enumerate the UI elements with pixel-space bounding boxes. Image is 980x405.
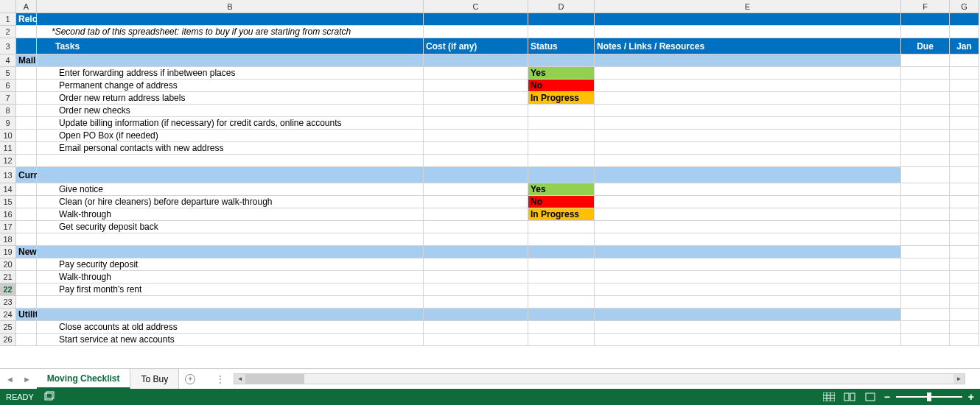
row-header-22[interactable]: 22	[0, 284, 16, 296]
row-header-25[interactable]: 25	[0, 321, 16, 334]
cell[interactable]	[595, 196, 901, 208]
section-cell[interactable]	[37, 246, 424, 258]
cell[interactable]: No	[528, 80, 595, 92]
cell[interactable]	[528, 105, 595, 117]
col-header-A[interactable]: A	[16, 0, 37, 13]
cell[interactable]: Start service at new accounts	[37, 334, 424, 346]
cell[interactable]	[950, 155, 979, 167]
cell[interactable]	[16, 334, 37, 346]
cell[interactable]	[595, 296, 901, 309]
cell[interactable]	[528, 321, 595, 334]
header-cell[interactable]: Tasks	[37, 38, 424, 54]
section-cell[interactable]	[528, 54, 595, 67]
cell[interactable]	[528, 258, 595, 271]
cell[interactable]	[901, 26, 950, 38]
header-cell[interactable]: Cost (if any)	[424, 38, 528, 54]
cell[interactable]	[16, 92, 37, 105]
cell[interactable]	[595, 334, 901, 346]
cell[interactable]	[424, 80, 528, 92]
cell[interactable]: In Progress	[528, 92, 595, 105]
section-cell[interactable]	[950, 246, 979, 258]
cell[interactable]	[528, 271, 595, 284]
cell[interactable]	[950, 80, 979, 92]
cell[interactable]	[901, 334, 950, 346]
page-layout-view-icon[interactable]	[843, 392, 856, 402]
row-header-10[interactable]: 10	[0, 130, 16, 142]
cell[interactable]	[950, 92, 979, 105]
cell[interactable]	[16, 26, 37, 38]
cell[interactable]	[595, 117, 901, 130]
row-header-3[interactable]: 3	[0, 38, 16, 54]
cell[interactable]	[901, 130, 950, 142]
cell[interactable]	[424, 208, 528, 221]
cell[interactable]: Get security deposit back	[37, 221, 424, 233]
cell[interactable]	[424, 142, 528, 155]
cell[interactable]	[16, 155, 37, 167]
cell[interactable]	[901, 142, 950, 155]
header-cell[interactable]: Jan	[950, 38, 979, 54]
cell[interactable]	[595, 284, 901, 296]
tab-splitter[interactable]: ⋮	[216, 374, 225, 384]
cell[interactable]	[424, 296, 528, 309]
col-header-B[interactable]: B	[37, 0, 424, 13]
section-cell[interactable]	[528, 167, 595, 183]
cell[interactable]	[901, 196, 950, 208]
cell[interactable]	[424, 183, 528, 196]
cell[interactable]	[424, 258, 528, 271]
cell[interactable]	[424, 105, 528, 117]
cell[interactable]	[950, 271, 979, 284]
col-header-D[interactable]: D	[528, 0, 595, 13]
section-cell[interactable]	[901, 167, 950, 183]
cell[interactable]	[950, 321, 979, 334]
cell[interactable]	[950, 258, 979, 271]
cell[interactable]	[16, 221, 37, 233]
tab-prev-icon[interactable]: ◄	[6, 375, 14, 384]
cell[interactable]	[528, 26, 595, 38]
section-cell[interactable]	[595, 309, 901, 321]
cell[interactable]	[528, 142, 595, 155]
cell[interactable]	[595, 208, 901, 221]
select-all-corner[interactable]	[0, 0, 16, 13]
cell[interactable]	[595, 13, 901, 26]
cell[interactable]: No	[528, 196, 595, 208]
cell[interactable]: Update billing information (if necessary…	[37, 117, 424, 130]
row-header-12[interactable]: 12	[0, 155, 16, 167]
cell[interactable]	[528, 284, 595, 296]
section-cell[interactable]	[37, 309, 424, 321]
cell[interactable]	[901, 321, 950, 334]
row-header-18[interactable]: 18	[0, 233, 16, 246]
cell[interactable]	[424, 130, 528, 142]
section-cell[interactable]	[424, 167, 528, 183]
section-cell[interactable]	[528, 309, 595, 321]
cell[interactable]	[901, 117, 950, 130]
cell[interactable]	[16, 130, 37, 142]
section-cell[interactable]	[950, 54, 979, 67]
cell[interactable]	[901, 208, 950, 221]
zoom-slider[interactable]: − +	[884, 391, 974, 403]
cell[interactable]	[950, 67, 979, 80]
section-cell[interactable]	[950, 167, 979, 183]
row-header-19[interactable]: 19	[0, 246, 16, 258]
cell[interactable]	[901, 92, 950, 105]
cell[interactable]	[595, 67, 901, 80]
cell[interactable]	[424, 92, 528, 105]
section-cell[interactable]	[901, 246, 950, 258]
header-cell[interactable]: Notes / Links / Resources	[595, 38, 901, 54]
cell[interactable]	[901, 67, 950, 80]
scroll-thumb[interactable]	[245, 374, 304, 384]
cell[interactable]	[16, 117, 37, 130]
zoom-track[interactable]	[896, 396, 962, 398]
cell[interactable]	[595, 105, 901, 117]
section-cell[interactable]	[528, 246, 595, 258]
row-header-17[interactable]: 17	[0, 221, 16, 233]
cell[interactable]: Give notice	[37, 183, 424, 196]
section-cell[interactable]	[424, 54, 528, 67]
cell[interactable]	[37, 296, 424, 309]
row-header-6[interactable]: 6	[0, 80, 16, 92]
row-header-11[interactable]: 11	[0, 142, 16, 155]
cell[interactable]	[595, 221, 901, 233]
cell[interactable]	[424, 117, 528, 130]
cell[interactable]	[16, 105, 37, 117]
cell[interactable]	[424, 13, 528, 26]
cell[interactable]	[950, 296, 979, 309]
